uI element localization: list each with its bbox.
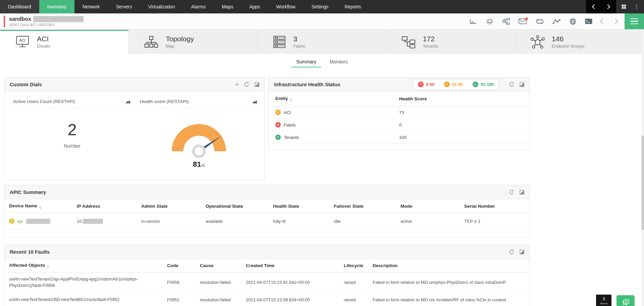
expand-icon[interactable] [255,82,259,87]
tab-monitors[interactable]: Monitors [325,58,353,67]
area-chart-icon[interactable] [470,18,477,24]
card-endpoint-groups[interactable]: 146 Endpoint Groups [515,30,644,54]
nav-scroll-left-icon[interactable] [592,4,597,9]
add-dial-icon[interactable]: + [235,81,239,88]
table-row[interactable]: uni/tn-newTestTenant2/ap-ApplProf1/epg-e… [4,272,530,293]
col-health-state[interactable]: Health State [273,204,334,209]
col-ip-address[interactable]: IP Address [77,204,141,209]
nav-item-workflow[interactable]: Workflow [268,0,303,13]
fault-code: F0952 [167,297,200,302]
table-row[interactable]: ✓ Tenants 100 [269,131,530,144]
expand-icon[interactable] [520,250,524,254]
collapse-icon[interactable] [621,4,627,10]
col-admin-state[interactable]: Admin State [141,204,206,209]
col-description[interactable]: Description [373,263,530,268]
legend-good: ✓ 91-100 [468,80,498,90]
operational-state: available [206,219,273,224]
nav-item-reports[interactable]: Reports [336,0,369,13]
more-options-icon[interactable]: ⋮ [634,4,639,10]
alarm-bell-icon[interactable] [486,18,494,25]
mail-notification-dot [525,17,528,20]
sort-icon [290,98,292,102]
col-device-name[interactable]: Device Name [9,203,77,209]
refresh-icon[interactable] [509,190,514,195]
alarm-label: Alarms [596,302,611,305]
mini-chart-icon[interactable] [125,99,131,104]
scrollbar-thumb[interactable] [642,136,644,230]
globe-icon[interactable] [570,18,576,25]
gauge-value: 81% [193,160,205,169]
expand-icon[interactable] [520,82,524,87]
terminal-icon[interactable] [585,18,592,24]
admin-state: in-service [141,219,206,224]
card-tenants[interactable]: 172 Tenants [386,30,515,54]
card-topology-map[interactable]: Topology Map [128,30,257,54]
col-failover-state[interactable]: Failover State [334,204,400,209]
critical-icon: ✕ [275,122,281,128]
legend-warning: !! 51-90 [439,80,468,90]
refresh-icon[interactable] [509,82,514,87]
col-mode[interactable]: Mode [400,204,464,209]
health-score: 0 [399,122,523,128]
col-code[interactable]: Code [167,263,200,268]
chat-fab[interactable] [616,295,635,306]
device-name: sandbox [9,16,31,22]
infra-health-panel: Infrastructure Health Status ✕ 0-50 !! 5… [268,77,530,150]
fault-cause: resolution-failed [200,297,246,302]
expand-icon[interactable] [520,190,524,195]
warning-icon: !! [275,110,281,115]
table-row[interactable]: ! api 10. in-service available fully-fit… [4,213,530,230]
nav-item-alarms[interactable]: Alarms [183,0,214,13]
line-chart-icon[interactable] [553,19,561,24]
card-subtitle: Tenants [423,44,438,49]
device-header: sandbox SDN | Cisco ACI | RESTAPI [0,13,644,30]
device-next-icon[interactable] [613,19,618,24]
col-created-time[interactable]: Created Time [246,263,344,268]
table-row[interactable]: ✕ Fabric 0 [269,119,530,131]
card-title: Topology [166,35,194,43]
nav-item-inventory[interactable]: Inventory [39,0,75,13]
warning-icon: !! [444,82,450,87]
nav-item-network[interactable]: Network [74,0,108,13]
nav-item-servers[interactable]: Servers [108,0,140,13]
device-prev-icon[interactable] [600,19,606,24]
custom-dials-header: Custom Dials + [4,78,265,92]
recent-faults-header: Recent 10 Faults [4,245,530,259]
link-icon[interactable] [535,19,544,24]
card-subtitle: Fabric [293,44,305,49]
card-aci-details[interactable]: ACI ACI Details [0,30,128,54]
alarms-fab[interactable]: 3 Alarms [596,295,611,306]
col-operational-state[interactable]: Operational State [206,204,273,209]
col-entity[interactable]: Entity [275,96,399,102]
health-state: fully-fit [273,219,334,224]
device-link[interactable]: api [17,219,23,224]
nav-item-apps[interactable]: Apps [241,0,268,13]
redaction-blob [83,219,103,224]
nav-item-virtualization[interactable]: Virtualization [140,0,183,13]
col-affected-objects[interactable]: Affected Objects [9,263,167,268]
refresh-icon[interactable] [244,82,249,87]
nav-item-dashboard[interactable]: Dashboard [0,0,39,13]
col-serial-number[interactable]: Serial Number [464,204,530,209]
workflow-icon[interactable] [502,18,510,25]
mini-chart-icon[interactable] [252,99,258,104]
recent-faults-panel: Recent 10 Faults Affected Objects Code C… [4,245,530,306]
ip-address: 10. [77,219,83,224]
nav-item-settings[interactable]: Settings [304,0,337,13]
table-row[interactable]: uni/tn-newTestTenant2/BD-newTestBD1/rsct… [4,293,530,306]
hamburger-menu-button[interactable] [625,13,644,29]
nav-scroll-right-icon[interactable] [605,4,610,9]
card-fabric[interactable]: 3 Fabric [257,30,386,54]
col-health-score[interactable]: Health Score [399,96,523,101]
tab-summary[interactable]: Summary [291,58,321,67]
table-row[interactable]: !! ACI 73 [269,106,530,119]
refresh-icon[interactable] [509,249,514,254]
col-lifecycle[interactable]: Lifecycle [344,263,373,268]
nav-item-maps[interactable]: Maps [214,0,241,13]
good-icon: ✓ [275,135,281,140]
gauge-chart [160,112,238,159]
faults-table-header: Affected Objects Code Cause Created Time… [4,259,530,272]
fault-lifecycle: raised [344,297,373,302]
health-score: 100 [399,135,523,140]
col-cause[interactable]: Cause [200,263,246,268]
